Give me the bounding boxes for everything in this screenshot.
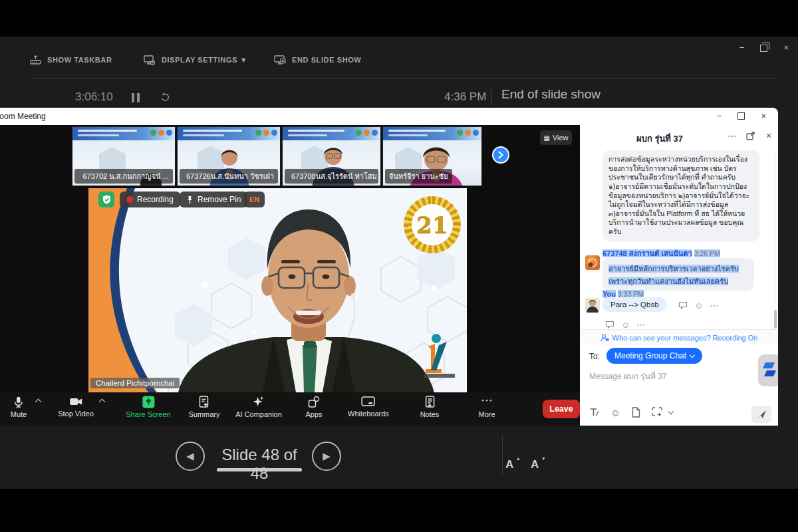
interpretation-language-button[interactable]: EN [244, 192, 265, 207]
stop-video-label: Stop Video [58, 410, 94, 418]
send-icon [757, 410, 767, 419]
more-actions-icon[interactable]: ⋯ [710, 301, 718, 311]
message-time: 3:26 PM [694, 249, 720, 257]
font-increase-button[interactable]: A ▴ [505, 458, 513, 471]
font-decrease-label: A [531, 458, 539, 471]
format-text-button[interactable] [589, 407, 600, 418]
participant-thumbnail-1[interactable]: 673702 น.ส.กนกกาญจน์ ... [72, 126, 176, 186]
font-decrease-button[interactable]: A ▾ [531, 458, 539, 471]
show-taskbar-button[interactable]: SHOW TASKBAR [30, 53, 112, 67]
speaker-name-label: Chailerd Pichitpornchai [90, 378, 180, 388]
next-slide-button[interactable]: ▶ [312, 442, 341, 471]
triangle-up-icon: ▴ [517, 456, 519, 462]
chat-close-button[interactable]: × [766, 130, 771, 141]
anniversary-badge: 21 [404, 196, 461, 253]
share-screen-button[interactable]: Share Screen [126, 396, 170, 418]
recording-dot-icon [126, 196, 133, 203]
recording-label: Recording [137, 195, 174, 204]
toolbar-divider [30, 78, 776, 78]
ppt-restore-icon[interactable] [760, 45, 767, 52]
end-slide-show-button[interactable]: END SLIDE SHOW [274, 53, 361, 67]
emoji-react-icon[interactable]: ☺ [621, 320, 630, 330]
side-app-tab[interactable] [758, 354, 778, 386]
more-label: More [478, 410, 495, 418]
meeting-security-button[interactable] [98, 192, 114, 207]
next-participants-page-button[interactable] [492, 146, 509, 164]
participant-thumbnail-4[interactable]: จันทร์จีรา ยานะชัย [382, 126, 482, 186]
more-actions-icon[interactable]: ⋯ [636, 320, 645, 330]
muted-mic-icon [78, 172, 80, 180]
zoom-minimize-button[interactable]: − [717, 111, 722, 121]
chat-message-3: Para --> Qbsb [602, 297, 667, 312]
participant-name: 673708นส.จุไรรัตน์ ท่าโสม [291, 170, 377, 182]
zoom-window-title: Zoom Meeting [0, 112, 46, 121]
font-controls-divider [502, 436, 503, 474]
stop-video-button[interactable]: Stop Video [58, 396, 94, 418]
popout-icon [746, 132, 755, 140]
restart-icon [160, 92, 170, 102]
leave-meeting-button[interactable]: Leave [543, 400, 580, 418]
chat-recipient-dropdown[interactable]: Meeting Group Chat [606, 348, 702, 364]
message-actions: ☺ ⋯ [678, 301, 718, 311]
virtual-background-banner [178, 127, 280, 140]
sender-name: 673748 สงกรานต์ เสนนันตา [602, 249, 692, 257]
notes-button[interactable]: Notes [420, 396, 440, 418]
grid-view-icon: ▦ [543, 134, 549, 142]
pinned-speaker-video: Recording Remove Pin EN 21 Chailerd Pich… [88, 188, 467, 392]
attach-file-button[interactable] [632, 407, 640, 418]
remove-pin-button[interactable]: Remove Pin [180, 192, 247, 207]
language-badge: EN [249, 196, 259, 203]
screenshot-button[interactable] [652, 407, 662, 418]
zoom-title-bar[interactable]: Zoom Meeting − × [0, 108, 778, 125]
zoom-close-button[interactable]: × [761, 111, 766, 121]
send-message-button[interactable] [751, 406, 771, 423]
pause-timer-button[interactable] [132, 93, 140, 102]
chat-popout-button[interactable] [746, 132, 755, 140]
ppt-minimize-button[interactable]: − [739, 43, 745, 53]
participant-name: 673702 น.ส.กนกกาญจน์ ... [82, 170, 168, 182]
compose-options-caret[interactable] [669, 410, 673, 414]
view-button[interactable]: ▦ View [540, 130, 572, 145]
microphone-icon [13, 396, 25, 408]
apps-button[interactable]: Apps [305, 396, 322, 418]
participant-thumbnail-3[interactable]: 673708นส.จุไรรัตน์ ท่าโสม [282, 126, 381, 186]
wall-clock: 4:36 PM [444, 90, 486, 104]
slideshow-status: End of slide show [501, 87, 600, 102]
end-slide-show-icon [274, 55, 286, 65]
notes-label: Notes [420, 410, 440, 418]
view-label: View [553, 134, 569, 142]
restart-timer-button[interactable] [160, 92, 170, 102]
chat-message-input[interactable]: Message ผบก รุ่นที่ 37 [589, 370, 667, 382]
display-settings-button[interactable]: DISPLAY SETTINGS ▼ [144, 53, 247, 67]
virtual-background-banner [283, 127, 380, 140]
chat-more-button[interactable]: ⋯ [728, 130, 737, 141]
zoom-maximize-button[interactable] [737, 112, 745, 120]
mute-button[interactable]: Mute [11, 396, 27, 418]
ai-companion-button[interactable]: AI Companion [235, 396, 282, 418]
chat-panel: ผบก รุ่นที่ 37 ⋯ × การส่งต่อข้อมูลระหว่า… [580, 125, 778, 426]
recording-indicator[interactable]: Recording [120, 192, 180, 207]
end-slide-show-label: END SLIDE SHOW [292, 56, 361, 64]
remove-pin-label: Remove Pin [198, 195, 241, 204]
chat-privacy-notice[interactable]: Who can see your messages? Recording On [580, 329, 778, 345]
ppt-close-button[interactable]: × [783, 43, 789, 53]
mute-options-caret[interactable] [35, 399, 42, 406]
message-actions: ☺ ⋯ [605, 320, 645, 330]
previous-slide-button[interactable]: ◀ [176, 442, 205, 471]
summary-button[interactable]: Summary [188, 396, 219, 418]
whiteboards-icon [361, 396, 375, 408]
participant-thumbnail-2[interactable]: 673726น.ส.นันทนา วัชรเฝ่า [177, 126, 281, 186]
chat-scrollbar-thumb[interactable] [774, 310, 777, 329]
more-button[interactable]: ⋯ More [478, 396, 495, 418]
shield-check-icon [102, 195, 111, 204]
previous-arrow-icon: ◀ [186, 450, 194, 462]
screenshot-icon [652, 407, 662, 418]
video-options-caret[interactable] [99, 399, 106, 406]
reply-icon[interactable] [605, 321, 614, 329]
whiteboards-button[interactable]: Whiteboards [348, 396, 389, 418]
reply-icon[interactable] [678, 301, 688, 310]
pin-icon [186, 196, 194, 204]
leave-label: Leave [549, 404, 573, 414]
emoji-react-icon[interactable]: ☺ [694, 301, 703, 311]
emoji-button[interactable]: ☺ [610, 407, 620, 418]
